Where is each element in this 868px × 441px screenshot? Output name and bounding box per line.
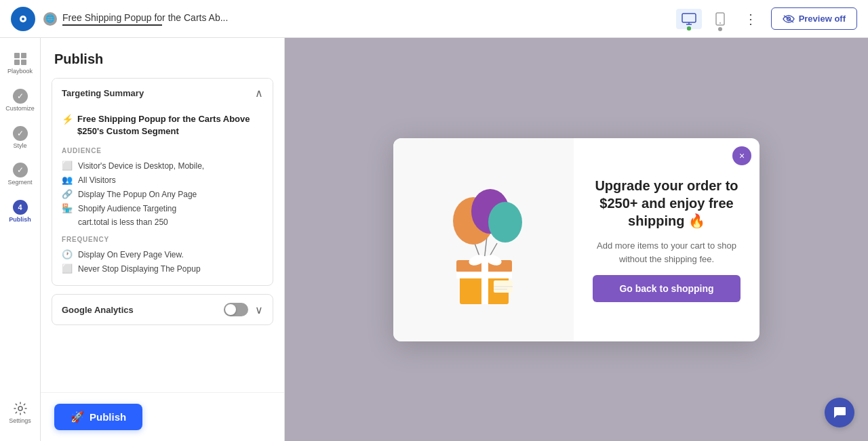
- device-icon: ⬜: [62, 161, 73, 171]
- topbar-title: Free Shipping Popup for the Carts Ab...: [62, 12, 228, 23]
- frequency-neverstop-text: Never Stop Displaying The Popup: [78, 264, 201, 274]
- ga-right: ∨: [224, 303, 263, 316]
- panel-footer: 🚀 Publish: [41, 392, 284, 441]
- frequency-item-pageview: 🕐 Display On Every Page View.: [62, 247, 263, 261]
- svg-rect-12: [14, 60, 20, 65]
- sidebar-item-settings[interactable]: Settings: [3, 396, 38, 430]
- lightning-icon: ⚡: [62, 114, 73, 125]
- svg-point-7: [719, 22, 721, 24]
- targeting-summary-header[interactable]: Targeting Summary ∧: [52, 79, 273, 108]
- sidebar-item-customize[interactable]: ✓ Customize: [3, 83, 38, 118]
- sidebar-icons: Playbook ✓ Customize ✓ Style ✓ Segment 4…: [0, 38, 41, 441]
- ga-chevron-icon: ∨: [255, 303, 263, 316]
- shopify-icon: 🏪: [62, 203, 73, 213]
- sidebar-item-playbook[interactable]: Playbook: [3, 46, 38, 81]
- svg-point-27: [481, 256, 489, 264]
- panel-title: Publish: [41, 38, 284, 78]
- audience-item-device: ⬜ Visitor's Device is Desktop, Mobile,: [62, 159, 263, 173]
- panel-content: Targeting Summary ∧ ⚡ Free Shipping Popu…: [41, 78, 284, 392]
- publish-badge-icon: 4: [13, 200, 28, 215]
- topbar-right: Preview off: [771, 7, 857, 30]
- targeting-summary-title: Targeting Summary: [62, 88, 144, 98]
- sidebar-item-style[interactable]: ✓ Style: [3, 121, 38, 155]
- popup-modal: ×: [393, 138, 760, 341]
- ga-card-header: Google Analytics ∨: [52, 295, 273, 324]
- device-switcher: ⋮: [676, 8, 763, 30]
- ga-title: Google Analytics: [62, 305, 134, 315]
- audience-page-text: Display The Popup On Any Page: [78, 190, 197, 199]
- repeat-icon: ⬜: [62, 264, 73, 274]
- audience-label: AUDIENCE: [62, 147, 263, 154]
- svg-point-2: [22, 18, 24, 20]
- svg-rect-3: [682, 14, 696, 22]
- audience-item-visitors: 👥 All Visitors: [62, 173, 263, 187]
- ga-toggle[interactable]: [224, 303, 248, 316]
- audience-visitors-text: All Visitors: [78, 175, 116, 185]
- topbar-underline: [62, 24, 162, 26]
- balloon-gift-svg: [429, 172, 538, 308]
- mobile-dot: [718, 27, 722, 31]
- sidebar-playbook-label: Playbook: [7, 68, 33, 75]
- clock-icon: 🕐: [62, 249, 73, 259]
- audience-item-shopify: 🏪 Shopify Audience Targeting: [62, 201, 263, 215]
- rocket-icon: 🚀: [71, 411, 84, 423]
- desktop-dot: [687, 26, 691, 30]
- sidebar-settings-area: Settings: [3, 396, 38, 441]
- targeting-card-body: ⚡ Free Shipping Popup for the Carts Abov…: [52, 108, 273, 285]
- svg-point-14: [18, 406, 22, 411]
- popup-close-btn[interactable]: ×: [732, 146, 751, 165]
- customize-check-icon: ✓: [13, 89, 28, 104]
- sidebar-style-label: Style: [13, 142, 26, 150]
- preview-btn[interactable]: Preview off: [771, 7, 857, 30]
- desktop-device-btn[interactable]: [676, 9, 702, 29]
- topbar: 🌐 Free Shipping Popup for the Carts Ab..…: [0, 0, 868, 38]
- preview-area: ×: [285, 38, 868, 441]
- campaign-name-row: ⚡ Free Shipping Popup for the Carts Abov…: [62, 113, 263, 138]
- topbar-title-area: 🌐 Free Shipping Popup for the Carts Ab..…: [43, 12, 668, 26]
- svg-point-20: [488, 202, 522, 243]
- sidebar-segment-label: Segment: [7, 179, 32, 186]
- frequency-label: FREQUENCY: [62, 236, 263, 243]
- page-icon: 🔗: [62, 189, 73, 199]
- svg-rect-10: [14, 53, 20, 58]
- campaign-name: Free Shipping Popup for the Carts Above …: [77, 113, 263, 138]
- svg-rect-24: [456, 272, 512, 278]
- popup-title: Upgrade your order to $250+ and enjoy fr…: [593, 177, 741, 230]
- toggle-knob: [225, 304, 236, 315]
- app-logo: [11, 7, 35, 31]
- sidebar-publish-label: Publish: [9, 216, 31, 224]
- sidebar-customize-label: Customize: [5, 105, 35, 112]
- publish-button[interactable]: 🚀 Publish: [54, 404, 142, 430]
- visitors-icon: 👥: [62, 175, 73, 185]
- audience-carttotal-text: cart.total is less than 250: [78, 217, 168, 227]
- main-area: Playbook ✓ Customize ✓ Style ✓ Segment 4…: [0, 38, 868, 441]
- popup-right: Upgrade your order to $250+ and enjoy fr…: [574, 138, 760, 341]
- audience-item-carttotal: cart.total is less than 250: [62, 215, 263, 229]
- mobile-device-btn[interactable]: [710, 8, 730, 30]
- popup-cta-btn[interactable]: Go back to shopping: [593, 275, 741, 302]
- audience-item-page: 🔗 Display The Popup On Any Page: [62, 187, 263, 201]
- sidebar-settings-label: Settings: [9, 417, 31, 425]
- frequency-pageview-text: Display On Every Page View.: [78, 250, 184, 259]
- audience-device-text: Visitor's Device is Desktop, Mobile,: [78, 161, 204, 171]
- sidebar-item-segment[interactable]: ✓ Segment: [3, 157, 38, 192]
- panel: Publish Targeting Summary ∧ ⚡ Free Shipp…: [41, 38, 285, 441]
- sidebar-item-publish[interactable]: 4 Publish: [3, 194, 38, 229]
- frequency-item-neverstop: ⬜ Never Stop Displaying The Popup: [62, 261, 263, 276]
- svg-rect-13: [21, 60, 26, 65]
- google-analytics-card: Google Analytics ∨: [52, 294, 273, 325]
- targeting-chevron-icon: ∧: [255, 87, 263, 100]
- popup-subtitle: Add more items to your cart to shop with…: [593, 239, 741, 266]
- popup-illustration: [393, 138, 574, 341]
- audience-shopify-text: Shopify Audience Targeting: [78, 204, 176, 213]
- publish-button-label: Publish: [90, 411, 126, 423]
- style-check-icon: ✓: [13, 126, 28, 141]
- preview-label: Preview off: [799, 14, 846, 24]
- more-options-btn[interactable]: ⋮: [738, 8, 763, 30]
- chat-float-btn[interactable]: [825, 398, 854, 427]
- targeting-summary-card: Targeting Summary ∧ ⚡ Free Shipping Popu…: [52, 78, 273, 286]
- svg-rect-11: [21, 53, 26, 58]
- site-icon: 🌐: [43, 12, 57, 26]
- segment-check-icon: ✓: [13, 163, 28, 177]
- svg-rect-23: [481, 260, 488, 304]
